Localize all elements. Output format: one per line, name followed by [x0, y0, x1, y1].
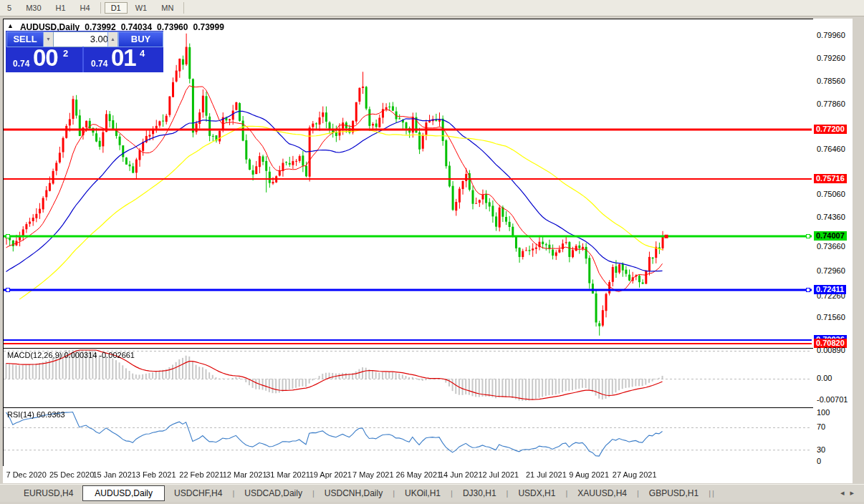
timeframe-button-H1[interactable]: H1: [49, 2, 72, 14]
macd-value: 0.000314: [64, 351, 97, 359]
sell-price-base: 0.74: [13, 59, 29, 69]
symbol-tab-USDX-H1[interactable]: USDX,H1: [509, 486, 565, 500]
rsi-tick-label: 70: [817, 422, 825, 431]
symbol-tab-USDCAD-Daily[interactable]: USDCAD,Daily: [235, 486, 312, 500]
date-axis-label: 3 Feb 2021: [136, 470, 176, 479]
date-axis-label: 25 Dec 2020: [49, 470, 94, 479]
symbol-tab-UKOil-H1[interactable]: UKOil,H1: [395, 486, 450, 500]
symbol-tab-USDCHF-H4[interactable]: USDCHF,H4: [165, 486, 231, 500]
price-level-label-0.75716: 0.75716: [814, 174, 847, 183]
macd-tick-label: 0.00890: [817, 346, 845, 354]
volume-input[interactable]: 3.00: [53, 32, 113, 47]
symbol-tab-XAUUSD-H4[interactable]: XAUUSD,H4: [568, 486, 636, 500]
date-axis-label: 7 Dec 2020: [6, 470, 47, 479]
tab-scroll-left-icon[interactable]: ◂: [840, 488, 850, 497]
tab-separator: |: [232, 489, 234, 498]
rsi-tick-label: 30: [817, 445, 825, 454]
rsi-tick-label: 100: [817, 408, 830, 417]
toolbar-separator: [100, 2, 101, 14]
tab-separator: |: [565, 489, 567, 498]
price-tick-label: 0.79260: [817, 54, 845, 62]
rsi-value: 60.9363: [37, 410, 65, 419]
ohlc-close: 0.73999: [193, 22, 224, 32]
date-axis-label: 7 May 2021: [352, 470, 393, 479]
tab-separator: |: [393, 489, 395, 498]
price-tick-label: 0.75060: [817, 190, 845, 198]
date-axis-label: 31 Mar 2021: [266, 470, 310, 479]
tab-separator: |: [712, 489, 714, 498]
chart-tabs-bar: EURUSD,H4AUDUSD,DailyUSDCHF,H4|USDCAD,Da…: [0, 484, 864, 502]
tab-separator: |: [637, 489, 639, 498]
symbol-tab-GBPUSD-H1[interactable]: GBPUSD,H1: [640, 486, 708, 500]
rsi-canvas[interactable]: [4, 408, 812, 465]
macd-tick-label: -0.00701: [817, 395, 848, 404]
symbol-tab-EURUSD-H4[interactable]: EURUSD,H4: [14, 486, 82, 500]
price-tick-label: 0.78560: [817, 77, 845, 85]
macd-signal-value: -0.002661: [99, 351, 135, 359]
price-tick-label: 0.72960: [817, 266, 845, 275]
price-level-label-0.74007: 0.74007: [814, 231, 847, 241]
price-tick-label: 0.73660: [817, 242, 845, 251]
timeframe-button-M30[interactable]: M30: [19, 2, 47, 14]
buy-price-base: 0.74: [91, 59, 107, 69]
tab-separator: |: [709, 489, 711, 498]
date-axis-label: 15 Jan 2021: [92, 470, 136, 479]
tab-separator: |: [451, 489, 453, 498]
date-axis-label: 21 Jul 2021: [526, 470, 567, 479]
macd-tick-label: 0.00: [817, 374, 832, 382]
symbol-tab-AUDUSD-Daily[interactable]: AUDUSD,Daily: [82, 485, 165, 501]
tab-scroll-right-icon[interactable]: ▸: [850, 488, 860, 497]
toolbar-separator: [183, 2, 184, 14]
rsi-label: RSI(14) 60.9363: [7, 410, 65, 419]
price-level-label-0.77200: 0.77200: [814, 125, 847, 134]
symbol-tab-USDCNH-Daily[interactable]: USDCNH,Daily: [315, 486, 392, 500]
buy-price[interactable]: 0.74 01 4: [82, 47, 165, 72]
timeframe-button-5[interactable]: 5: [1, 2, 18, 14]
sell-price[interactable]: 0.74 00 2: [6, 47, 80, 72]
price-tick-label: 0.76460: [817, 145, 845, 153]
date-axis-label: 12 Mar 2021: [223, 470, 267, 479]
price-level-label-0.72411: 0.72411: [814, 285, 846, 294]
price-tick-label: 0.79960: [817, 31, 845, 39]
buy-price-point: 4: [140, 48, 145, 59]
tab-scroll-arrows[interactable]: ◂▸: [840, 488, 860, 498]
sell-price-pips: 00: [33, 44, 58, 72]
price-tick-label: 0.71560: [817, 313, 845, 321]
price-tick-label: 0.74360: [817, 213, 845, 221]
date-axis-label: 19 Apr 2021: [309, 470, 352, 479]
date-axis-label: 2 Jul 2021: [482, 470, 519, 479]
buy-price-pips: 01: [111, 44, 136, 72]
timeframe-button-H4[interactable]: H4: [74, 2, 97, 14]
trading-platform-window: 5M30H1H4D1W1MN ▲ AUDUSD,Daily 0.73992 0.…: [0, 0, 864, 504]
symbol-tab-DJ30-H1[interactable]: DJ30,H1: [453, 486, 506, 500]
macd-label: MACD(12,26,9) 0.000314 -0.002661: [7, 351, 135, 359]
price-tick-label: 0.77860: [817, 100, 845, 108]
date-axis-label: 9 Aug 2021: [569, 470, 609, 479]
tab-separator: |: [312, 489, 315, 498]
rsi-panel: [3, 407, 814, 467]
rsi-tick-label: 0: [817, 457, 821, 465]
timeframe-toolbar: 5M30H1H4D1W1MN: [0, 0, 864, 16]
timeframe-button-D1[interactable]: D1: [105, 2, 128, 14]
date-axis-label: 14 Jun 2021: [439, 470, 483, 479]
tab-separator: |: [507, 489, 509, 498]
date-axis-label: 27 Aug 2021: [613, 470, 657, 479]
one-click-trading-panel: SELL ▼ 3.00 ▲ BUY 0.74 00 2 0.74 01 4: [6, 31, 163, 72]
timeframe-button-MN[interactable]: MN: [155, 2, 180, 14]
date-axis-label: 22 Feb 2021: [179, 470, 224, 479]
timeframe-button-W1[interactable]: W1: [129, 2, 154, 14]
date-axis-label: 26 May 2021: [396, 470, 442, 479]
sell-price-point: 2: [63, 48, 68, 59]
